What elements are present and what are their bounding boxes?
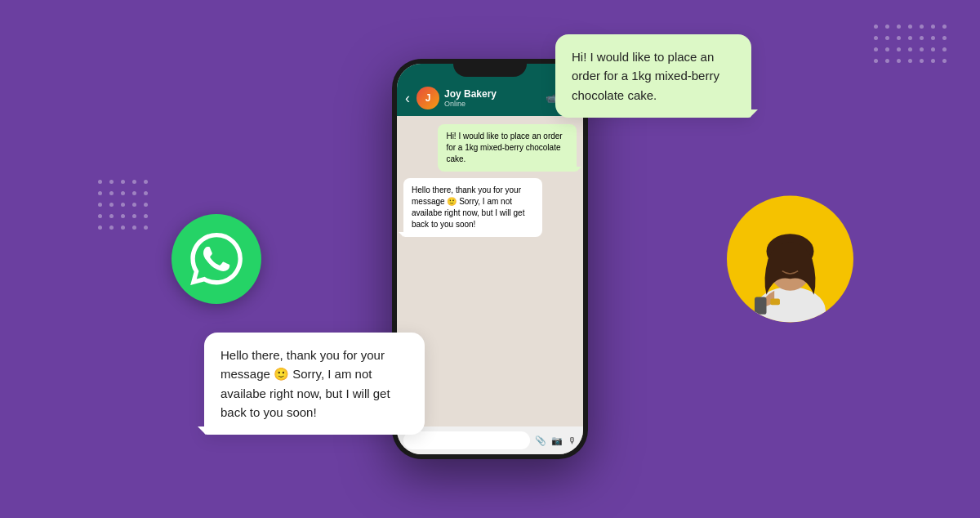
camera-icon[interactable]: 📷 (551, 435, 563, 446)
incoming-message-text: Hello there, thank you for your message … (412, 185, 524, 229)
person-avatar-circle (727, 196, 853, 323)
back-button[interactable]: ‹ (405, 90, 410, 107)
incoming-bubble-text: Hello there, thank you for your message … (220, 348, 390, 419)
extended-outgoing-bubble: Hi! I would like to place an order for a… (555, 34, 751, 118)
contact-info: Joy Bakery Online (444, 88, 541, 108)
contact-avatar: J (416, 87, 439, 109)
svg-rect-3 (755, 297, 767, 315)
whatsapp-logo-circle (172, 214, 261, 304)
message-bubble-outgoing: Hi! I would like to place an order for a… (438, 124, 577, 172)
contact-name: Joy Bakery (444, 88, 541, 100)
attachment-icon[interactable]: 📎 (535, 435, 546, 446)
person-illustration (731, 204, 849, 323)
whatsapp-icon (190, 233, 243, 285)
message-input[interactable] (403, 431, 530, 449)
extended-incoming-bubble: Hello there, thank you for your message … (204, 333, 425, 435)
bottom-icons: 📎 📷 🎙 (535, 435, 577, 446)
message-bubble-incoming: Hello there, thank you for your message … (403, 178, 542, 237)
outgoing-bubble-text: Hi! I would like to place an order for a… (572, 50, 719, 102)
chat-input-bar: 📎 📷 🎙 (397, 426, 583, 454)
dot-grid-left (98, 180, 149, 230)
svg-rect-4 (770, 299, 780, 306)
contact-status: Online (444, 100, 541, 108)
chat-area: Hi! I would like to place an order for a… (397, 116, 583, 426)
dot-grid-top-right (874, 25, 947, 64)
phone-mockup: Hi! I would like to place an order for a… (392, 59, 588, 459)
mic-icon[interactable]: 🎙 (568, 435, 577, 446)
phone-screen: ‹ J Joy Bakery Online 📹 📞 Hi! I would li… (397, 64, 583, 454)
outgoing-message-text: Hi! I would like to place an order for a… (446, 132, 562, 163)
phone-notch (453, 59, 527, 77)
